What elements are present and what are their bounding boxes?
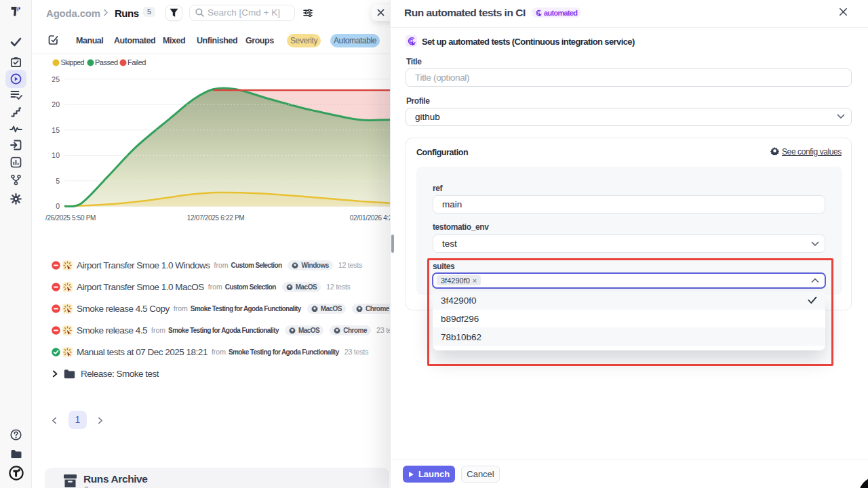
svg-text:20: 20 (52, 100, 60, 108)
svg-text:5: 5 (56, 177, 60, 185)
svg-text:12/07/2025 6:22 PM: 12/07/2025 6:22 PM (187, 214, 245, 222)
svg-text:15: 15 (52, 126, 60, 134)
svg-text:/26/2025 5:50 PM: /26/2025 5:50 PM (45, 214, 96, 222)
svg-text:10: 10 (52, 151, 60, 159)
svg-text:0: 0 (56, 202, 60, 210)
svg-text:25: 25 (52, 75, 60, 83)
